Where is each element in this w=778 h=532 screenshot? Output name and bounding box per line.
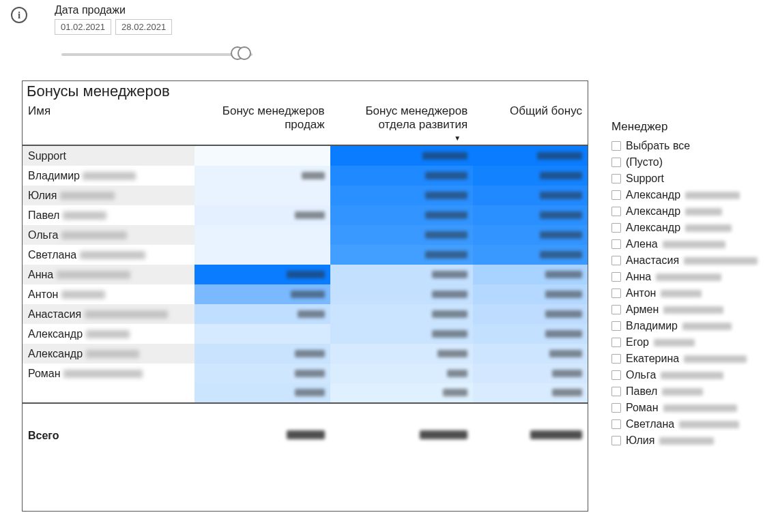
cell-total-bonus [473,344,588,364]
cell-name: Антон [23,284,194,304]
cell-sales-bonus [194,344,330,364]
table-row[interactable] [23,383,588,403]
cell-sales-bonus [194,324,330,344]
checkbox-icon[interactable] [611,370,621,380]
filter-item[interactable]: Ольга [611,367,770,383]
cell-name: Александр [23,344,194,364]
cell-name: Павел [23,205,194,225]
date-filter: Дата продажи 01.02.2021 28.02.2021 [55,4,172,35]
filter-item[interactable]: Александр [611,220,770,236]
totals-sales [194,423,330,443]
cell-name [23,383,194,403]
checkbox-icon[interactable] [611,419,621,429]
checkbox-icon[interactable] [611,289,621,298]
totals-dev [330,423,474,443]
checkbox-icon[interactable] [611,403,621,413]
cell-name: Светлана [23,245,194,265]
filter-item-label: Анна [626,269,651,284]
cell-dev-bonus [330,324,474,344]
cell-sales-bonus [194,383,330,403]
checkbox-icon[interactable] [611,174,621,183]
cell-name: Support [23,146,194,166]
filter-item[interactable]: Армен [611,301,770,318]
date-to-input[interactable]: 28.02.2021 [115,19,172,35]
cell-dev-bonus [330,364,474,383]
cell-total-bonus [473,304,588,324]
filter-item[interactable]: Support [611,171,770,187]
cell-name: Анна [23,265,194,284]
filter-item[interactable]: Юлия [611,432,770,449]
cell-name: Владимир [23,166,194,186]
totals-row: Всего [23,423,588,443]
filter-item[interactable]: Светлана [611,416,770,432]
checkbox-icon[interactable] [611,190,621,200]
table-row[interactable]: Владимир [23,166,588,186]
checkbox-icon[interactable] [611,272,621,282]
checkbox-icon[interactable] [611,354,621,364]
filter-item-label: Выбрать все [626,138,690,153]
table-row[interactable]: Ольга [23,225,588,245]
checkbox-icon[interactable] [611,223,621,233]
filter-item[interactable]: Екатерина [611,351,770,367]
filter-item[interactable]: Алена [611,236,770,252]
filter-item[interactable]: Александр [611,203,770,220]
col-total-bonus[interactable]: Общий бонус [473,100,588,134]
checkbox-icon[interactable] [611,436,621,445]
table-row[interactable]: Support [23,146,588,166]
table-row[interactable]: Павел [23,205,588,225]
filter-item[interactable]: Роман [611,400,770,416]
table-row[interactable]: Юлия [23,186,588,205]
slider-thumb-end[interactable] [237,46,251,60]
cell-total-bonus [473,364,588,383]
cell-total-bonus [473,225,588,245]
filter-item[interactable]: Анастасия [611,252,770,269]
cell-sales-bonus [194,225,330,245]
col-name[interactable]: Имя [23,100,194,134]
cell-dev-bonus [330,344,474,364]
sort-indicator-icon[interactable]: ▼ [330,134,474,145]
table-row[interactable]: Александр [23,324,588,344]
filter-item[interactable]: Анна [611,269,770,285]
cell-dev-bonus [330,383,474,403]
table-row[interactable]: Роман [23,364,588,383]
checkbox-icon[interactable] [611,239,621,249]
cell-name: Юлия [23,186,194,205]
date-slider[interactable] [61,53,253,56]
manager-filter-title: Менеджер [611,120,770,134]
cell-sales-bonus [194,146,330,166]
filter-item[interactable]: Павел [611,383,770,400]
cell-name: Анастасия [23,304,194,324]
checkbox-icon[interactable] [611,207,621,216]
checkbox-icon[interactable] [611,305,621,314]
cell-total-bonus [473,166,588,186]
checkbox-icon[interactable] [611,158,621,167]
checkbox-icon[interactable] [611,387,621,396]
filter-item[interactable]: Егор [611,334,770,351]
date-from-input[interactable]: 01.02.2021 [55,19,111,35]
cell-total-bonus [473,146,588,166]
checkbox-icon[interactable] [611,256,621,265]
table-row[interactable]: Анна [23,265,588,284]
checkbox-icon[interactable] [611,321,621,331]
info-icon[interactable]: i [11,7,27,23]
table-row[interactable]: Александр [23,344,588,364]
table-row[interactable]: Антон [23,284,588,304]
filter-item[interactable]: (Пусто) [611,154,770,171]
cell-sales-bonus [194,284,330,304]
cell-dev-bonus [330,166,474,186]
cell-dev-bonus [330,265,474,284]
filter-item[interactable]: Выбрать все [611,138,770,154]
checkbox-icon[interactable] [611,141,621,151]
col-sales-bonus[interactable]: Бонус менеджеров продаж [194,100,330,134]
cell-name: Ольга [23,225,194,245]
table-row[interactable]: Светлана [23,245,588,265]
filter-item[interactable]: Владимир [611,318,770,334]
filter-item[interactable]: Антон [611,285,770,301]
checkbox-icon[interactable] [611,338,621,347]
cell-name: Роман [23,364,194,383]
table-row[interactable]: Анастасия [23,304,588,324]
filter-item-label: Светлана [626,417,674,432]
filter-item-label: Роман [626,400,659,415]
filter-item[interactable]: Александр [611,187,770,203]
col-dev-bonus[interactable]: Бонус менеджеров отдела развития [330,100,474,134]
